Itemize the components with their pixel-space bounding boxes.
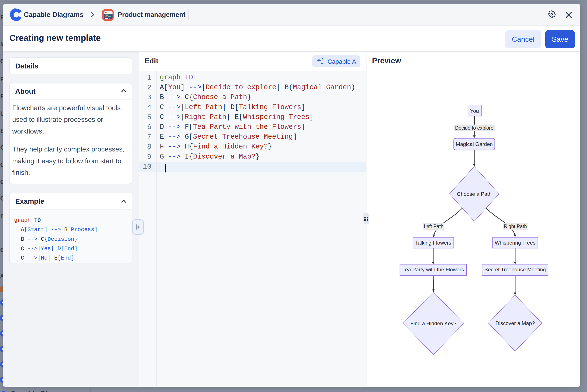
svg-text:Magical Garden: Magical Garden xyxy=(456,141,493,147)
svg-text:Talking Flowers: Talking Flowers xyxy=(415,240,451,246)
svg-text:Secret Treehouse Meeting: Secret Treehouse Meeting xyxy=(484,266,546,272)
svg-text:Find a Hidden Key?: Find a Hidden Key? xyxy=(410,320,456,326)
svg-text:Whispering Trees: Whispering Trees xyxy=(495,240,536,246)
svg-text:Discover a Map?: Discover a Map? xyxy=(496,320,535,326)
svg-text:Tea Party with the Flowers: Tea Party with the Flowers xyxy=(402,266,464,272)
svg-text:You: You xyxy=(470,108,479,114)
svg-text:Left Path: Left Path xyxy=(424,224,444,229)
svg-text:Right Path: Right Path xyxy=(504,224,527,229)
svg-text:Choose a Path: Choose a Path xyxy=(457,191,492,197)
svg-text:Decide to explore: Decide to explore xyxy=(455,125,494,131)
